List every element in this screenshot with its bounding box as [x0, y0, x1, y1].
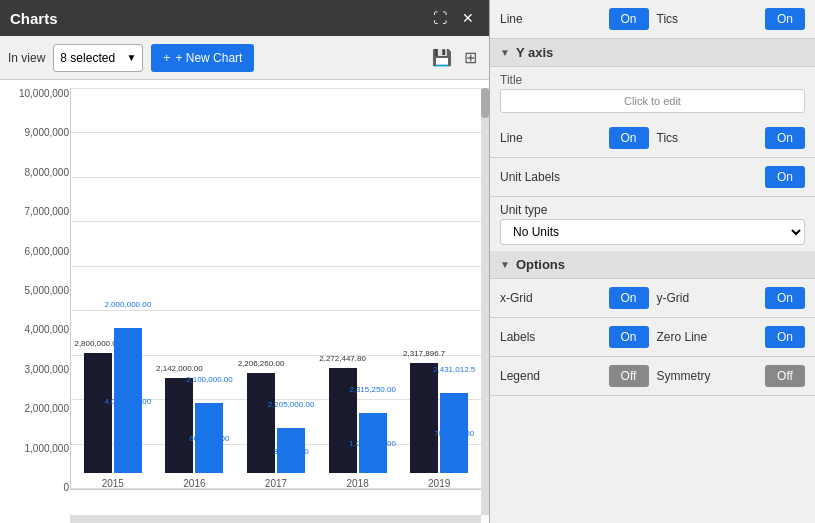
- grid-section: x-Grid On y-Grid On: [490, 279, 815, 318]
- legend-toggle[interactable]: Off: [609, 365, 649, 387]
- bar-label-dark-2019: 2,317,896.7: [403, 349, 445, 358]
- bar-year-2019: 2019: [428, 478, 450, 489]
- unit-labels-row: Unit Labels On: [500, 166, 805, 188]
- y-label-5m: 5,000,000: [4, 285, 69, 296]
- scrollbar-bottom[interactable]: [70, 515, 481, 523]
- grid-row: x-Grid On y-Grid On: [500, 287, 805, 309]
- y-label-4m: 4,000,000: [4, 324, 69, 335]
- bar-label-blue-mid-2017: 30,000.00: [273, 446, 309, 455]
- grid-line: [71, 310, 481, 311]
- bar-label-blue-mid-2019: 700,000.00: [434, 429, 474, 438]
- zero-line-toggle[interactable]: On: [765, 326, 805, 348]
- bar-dark-2019: 2,317,896.7: [410, 363, 438, 473]
- y-axis-line-toggle[interactable]: On: [609, 127, 649, 149]
- click-to-edit-button[interactable]: Click to edit: [500, 89, 805, 113]
- unit-labels-toggle[interactable]: On: [765, 166, 805, 188]
- zero-line-label: Zero Line: [657, 330, 758, 344]
- y-grid-toggle[interactable]: On: [765, 287, 805, 309]
- panel-title: Charts: [10, 10, 58, 27]
- bar-year-2015: 2015: [102, 478, 124, 489]
- x-axis-section: Line On Tics On: [490, 0, 815, 39]
- close-button[interactable]: ✕: [457, 7, 479, 29]
- unit-type-label: Unit type: [490, 197, 815, 219]
- options-header: ▼ Options: [490, 251, 815, 279]
- labels-toggle[interactable]: On: [609, 326, 649, 348]
- y-axis-labels: 10,000,000 9,000,000 8,000,000 7,000,000…: [4, 88, 69, 493]
- x-grid-label: x-Grid: [500, 291, 601, 305]
- bar-blue-2016: 2,100,000.00 600,000.00: [195, 403, 223, 473]
- y-axis-tics-toggle[interactable]: On: [765, 127, 805, 149]
- bar-label-blue-mid-2018: 1,000,000.00: [349, 439, 396, 448]
- expand-button[interactable]: ⛶: [429, 7, 451, 29]
- new-chart-plus-icon: +: [163, 51, 170, 65]
- grid-line: [71, 132, 481, 133]
- title-bar: Charts ⛶ ✕: [0, 0, 489, 36]
- x-axis-tics-label: Tics: [657, 12, 758, 26]
- bar-group-2017: 2,206,260.00 2,205,000.00 30,000.00 2017: [244, 373, 308, 489]
- y-label-6m: 6,000,000: [4, 246, 69, 257]
- bar-label-blue-top-2019: 2,431,012.5: [433, 365, 475, 374]
- bar-dark-2015: 2,800,000.00: [84, 353, 112, 473]
- bar-label-dark-2016: 2,142,000.00: [156, 364, 203, 373]
- y-label-1m: 1,000,000: [4, 443, 69, 454]
- bar-group-2016: 2,142,000.00 2,100,000.00 600,000.00 201…: [163, 378, 227, 489]
- y-label-8m: 8,000,000: [4, 167, 69, 178]
- bar-dark-2017: 2,206,260.00: [247, 373, 275, 473]
- y-axis-header-label: Y axis: [516, 45, 553, 60]
- bar-label-blue-top-2016: 2,100,000.00: [186, 375, 233, 384]
- selected-count: 8 selected: [60, 51, 115, 65]
- toolbar-right: 💾 ⊞: [431, 47, 481, 69]
- y-axis-title-label: Title: [490, 67, 815, 89]
- unit-type-select[interactable]: No Units: [500, 219, 805, 245]
- bar-dark-2018: 2,272,447.80: [329, 368, 357, 473]
- bar-label-blue-top-2015: 2,000,000.00: [104, 300, 151, 309]
- chart-area: 10,000,000 9,000,000 8,000,000 7,000,000…: [0, 80, 489, 523]
- labels-label: Labels: [500, 330, 601, 344]
- in-view-label: In view: [8, 51, 45, 65]
- bar-label-blue-mid-2016: 600,000.00: [189, 434, 229, 443]
- symmetry-toggle[interactable]: Off: [765, 365, 805, 387]
- legend-symmetry-section: Legend Off Symmetry Off: [490, 357, 815, 396]
- scrollbar-thumb-right[interactable]: [481, 88, 489, 118]
- bar-year-2017: 2017: [265, 478, 287, 489]
- bar-label-blue-top-2017: 2,205,000.00: [268, 400, 315, 409]
- dropdown-arrow-icon: ▼: [126, 52, 136, 63]
- y-axis-arrow-icon: ▼: [500, 47, 510, 58]
- x-axis-tics-toggle[interactable]: On: [765, 8, 805, 30]
- bar-label-dark-2018: 2,272,447.80: [319, 354, 366, 363]
- unit-labels-section: Unit Labels On: [490, 158, 815, 197]
- unit-labels-label: Unit Labels: [500, 170, 757, 184]
- new-chart-label: + New Chart: [175, 51, 242, 65]
- bars-2016: 2,142,000.00 2,100,000.00 600,000.00: [163, 378, 227, 473]
- x-grid-toggle[interactable]: On: [609, 287, 649, 309]
- y-tics-label: Tics: [657, 131, 758, 145]
- new-chart-button[interactable]: + + New Chart: [151, 44, 254, 72]
- symmetry-label: Symmetry: [657, 369, 758, 383]
- legend-symmetry-row: Legend Off Symmetry Off: [500, 365, 805, 387]
- y-label-3m: 3,000,000: [4, 364, 69, 375]
- left-panel: Charts ⛶ ✕ In view 8 selected ▼ + + New …: [0, 0, 490, 523]
- scrollbar-right[interactable]: [481, 88, 489, 515]
- y-label-2m: 2,000,000: [4, 403, 69, 414]
- bar-group-2018: 2,272,447.80 2,315,250.00 1,000,000.00 2…: [326, 368, 390, 489]
- grid-line: [71, 221, 481, 222]
- y-label-7m: 7,000,000: [4, 206, 69, 217]
- bar-dark-2016: 2,142,000.00: [165, 378, 193, 473]
- y-axis-header: ▼ Y axis: [490, 39, 815, 67]
- title-section: Title Click to edit: [490, 67, 815, 113]
- bar-blue-2015: 2,000,000.00 4,000,000.00: [114, 328, 142, 473]
- title-bar-right: ⛶ ✕: [429, 7, 479, 29]
- selected-dropdown[interactable]: 8 selected ▼: [53, 44, 143, 72]
- bars-2019: 2,317,896.7 2,431,012.5 700,000.00: [407, 363, 471, 473]
- bar-label-dark-2017: 2,206,260.00: [238, 359, 285, 368]
- options-arrow-icon: ▼: [500, 259, 510, 270]
- print-button[interactable]: ⊞: [459, 47, 481, 69]
- bar-group-2019: 2,317,896.7 2,431,012.5 700,000.00 2019: [407, 363, 471, 489]
- save-button[interactable]: 💾: [431, 47, 453, 69]
- y-label-9m: 9,000,000: [4, 127, 69, 138]
- bar-blue-2018: 2,315,250.00 1,000,000.00: [359, 413, 387, 473]
- x-axis-line-toggle[interactable]: On: [609, 8, 649, 30]
- y-line-label: Line: [500, 131, 601, 145]
- right-panel: Line On Tics On ▼ Y axis Title Click to …: [490, 0, 815, 523]
- bar-group-2015: 2,800,000.00 2,000,000.00 4,000,000.00 2…: [81, 328, 145, 489]
